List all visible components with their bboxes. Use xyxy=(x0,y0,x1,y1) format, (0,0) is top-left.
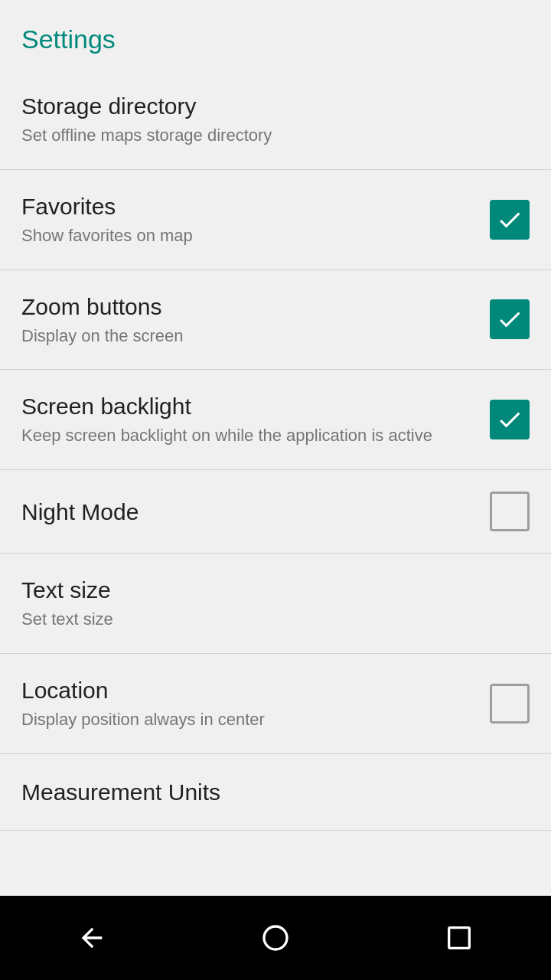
checkbox-zoom-buttons[interactable] xyxy=(490,299,530,339)
checkbox-night-mode[interactable] xyxy=(490,492,530,531)
setting-title-text-size: Text size xyxy=(21,575,530,605)
home-button[interactable] xyxy=(245,907,306,969)
setting-subtitle-zoom-buttons: Display on the screen xyxy=(21,325,490,348)
setting-text: Screen backlight Keep screen backlight o… xyxy=(21,391,490,448)
setting-subtitle-location: Display position always in center xyxy=(21,708,490,732)
setting-text: Measurement Units xyxy=(21,777,530,807)
setting-item-favorites[interactable]: Favorites Show favorites on map xyxy=(0,170,551,270)
setting-subtitle-storage-directory: Set offline maps storage directory xyxy=(21,124,530,148)
setting-title-screen-backlight: Screen backlight xyxy=(21,391,490,421)
setting-item-measurement-units[interactable]: Measurement Units xyxy=(0,754,551,831)
setting-text: Text size Set text size xyxy=(21,575,530,632)
setting-item-screen-backlight[interactable]: Screen backlight Keep screen backlight o… xyxy=(0,370,551,470)
setting-item-zoom-buttons[interactable]: Zoom buttons Display on the screen xyxy=(0,270,551,371)
checkbox-favorites[interactable] xyxy=(490,200,530,240)
setting-text: Storage directory Set offline maps stora… xyxy=(21,91,530,148)
setting-item-location[interactable]: Location Display position always in cent… xyxy=(0,654,551,754)
navigation-bar xyxy=(0,896,551,980)
setting-item-night-mode[interactable]: Night Mode xyxy=(0,470,551,554)
setting-title-location: Location xyxy=(21,675,490,705)
checkbox-location[interactable] xyxy=(490,684,530,724)
settings-list: Storage directory Set offline maps stora… xyxy=(0,70,551,896)
svg-rect-1 xyxy=(449,928,470,949)
setting-title-favorites: Favorites xyxy=(21,191,490,221)
recents-button[interactable] xyxy=(429,907,490,969)
setting-subtitle-text-size: Set text size xyxy=(21,608,530,632)
setting-title-zoom-buttons: Zoom buttons xyxy=(21,292,490,322)
setting-text: Location Display position always in cent… xyxy=(21,675,490,732)
setting-text: Favorites Show favorites on map xyxy=(21,191,490,248)
setting-title-measurement-units: Measurement Units xyxy=(21,777,530,807)
svg-point-0 xyxy=(264,926,287,949)
setting-item-text-size[interactable]: Text size Set text size xyxy=(0,554,551,654)
setting-subtitle-favorites: Show favorites on map xyxy=(21,224,490,248)
setting-subtitle-screen-backlight: Keep screen backlight on while the appli… xyxy=(21,424,490,448)
setting-text: Zoom buttons Display on the screen xyxy=(21,292,490,348)
checkbox-screen-backlight[interactable] xyxy=(490,400,530,439)
setting-title-night-mode: Night Mode xyxy=(21,497,490,527)
back-button[interactable] xyxy=(61,907,122,969)
page-title: Settings xyxy=(0,0,551,70)
setting-text: Night Mode xyxy=(21,497,490,527)
setting-item-storage-directory[interactable]: Storage directory Set offline maps stora… xyxy=(0,70,551,170)
setting-title-storage-directory: Storage directory xyxy=(21,91,530,121)
